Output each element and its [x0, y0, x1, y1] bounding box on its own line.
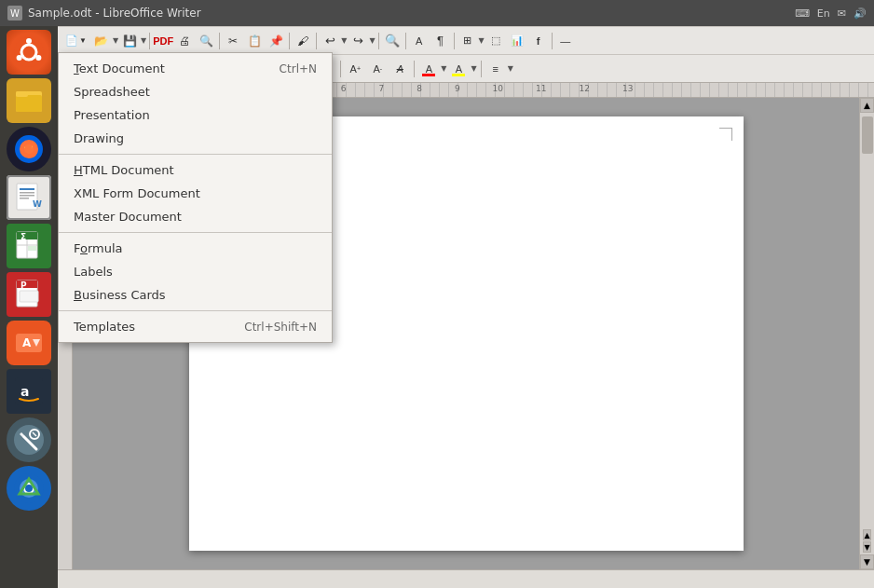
open-button[interactable]: 📂 [91, 31, 112, 51]
paragraph-list-dropdown[interactable]: ▼ [508, 64, 513, 73]
paragraph-list-button[interactable]: ≡ [485, 59, 506, 79]
scrollbar-vertical[interactable]: ▲ ▲ ▼ ▼ [859, 98, 874, 569]
ruler-mark: 13 [622, 84, 633, 93]
menu-item-spreadsheet[interactable]: Spreadsheet [59, 80, 332, 103]
window-title: Sample.odt - LibreOffice Writer [28, 7, 201, 20]
new-button[interactable]: 📄 ▼ [61, 31, 90, 51]
menu-separator-3 [59, 310, 332, 311]
insert-chart-button[interactable]: 📊 [507, 31, 527, 51]
toolbar-sep-6 [405, 33, 406, 49]
menu-item-drawing[interactable]: Drawing [59, 127, 332, 150]
font-name-button[interactable]: A [409, 31, 430, 51]
menu-item-label: XML Form Document [74, 186, 200, 200]
open-dropdown-arrow: ▼ [113, 36, 118, 45]
sidebar-item-firefox[interactable] [7, 127, 51, 171]
menu-separator-2 [59, 232, 332, 233]
menu-item-labels[interactable]: Labels [59, 260, 332, 283]
menu-item-formula[interactable]: Formula [59, 237, 332, 260]
font-color-bar [422, 74, 435, 76]
insert-frame-button[interactable]: ⬚ [485, 31, 506, 51]
scroll-up-button[interactable]: ▲ [860, 98, 874, 113]
underline-char: B [74, 288, 82, 302]
menu-item-label: Drawing [74, 131, 124, 145]
svg-text:Σ: Σ [20, 232, 26, 241]
paste-button[interactable]: 📌 [266, 31, 286, 51]
scroll-thumb[interactable] [862, 116, 873, 154]
undo-dropdown-arrow: ▼ [341, 36, 347, 45]
menu-item-business-cards[interactable]: Business Cards [59, 283, 332, 307]
menu-item-master-document[interactable]: Master Document [59, 205, 332, 228]
draw-functions-button[interactable]: — [555, 31, 576, 51]
sidebar-item-chromium[interactable] [7, 466, 51, 511]
menu-item-text-document[interactable]: Text Document Ctrl+N [59, 57, 332, 80]
insert-table-button[interactable]: ⊞ [457, 31, 478, 51]
scroll-page-up-button[interactable]: ▲ [863, 529, 870, 540]
find-icon: 🔍 [385, 34, 400, 48]
print-preview-button[interactable]: 🔍 [196, 31, 216, 51]
subscript-button[interactable]: A- [367, 59, 388, 79]
format-sep-2 [340, 61, 341, 77]
save-button[interactable]: 💾 [119, 31, 140, 51]
sidebar-item-amazon[interactable]: a [7, 369, 51, 414]
insert-formula-button[interactable]: f [528, 31, 549, 51]
superscript-button[interactable]: A+ [345, 59, 365, 79]
copy-icon: 📋 [248, 34, 262, 48]
svg-rect-13 [20, 192, 34, 194]
ruler-mark: 8 [417, 84, 422, 93]
pdf-button[interactable]: PDF [153, 31, 173, 51]
find-button[interactable]: 🔍 [382, 31, 403, 51]
sidebar-item-software-center[interactable]: A [7, 321, 51, 365]
main-toolbar: 📄 ▼ 📂 ▼ 💾 ▼ PDF 🖨 [58, 26, 874, 54]
menu-item-label: Templates [74, 320, 135, 334]
toolbar-sep-4 [316, 33, 317, 49]
undo-icon: ↩ [325, 34, 335, 48]
undo-button[interactable]: ↩ [320, 31, 340, 51]
underline-char: H [74, 163, 83, 177]
toolbar-sep-7 [454, 33, 455, 49]
redo-button[interactable]: ↪ [348, 31, 368, 51]
svg-text:A: A [22, 336, 32, 349]
sidebar-item-impress[interactable]: P [7, 272, 51, 317]
print-button[interactable]: 🖨 [174, 31, 195, 51]
scroll-down-button[interactable]: ▼ [860, 554, 874, 569]
sidebar-item-files[interactable] [7, 78, 51, 123]
mail-indicator: ✉ [838, 7, 846, 20]
strikethrough2-button[interactable]: A [389, 59, 410, 79]
ruler-mark: 12 [580, 84, 590, 93]
ruler-mark: 7 [378, 84, 384, 93]
menu-item-label: Spreadsheet [74, 85, 150, 99]
font-color-dropdown[interactable]: ▼ [441, 64, 446, 73]
nonprinting-chars-button[interactable]: ¶ [430, 31, 451, 51]
format-sep-3 [414, 61, 415, 77]
menu-shortcut: Ctrl+N [280, 62, 317, 75]
cut-icon: ✂ [228, 34, 238, 48]
cut-button[interactable]: ✂ [223, 31, 243, 51]
menu-item-presentation[interactable]: Presentation [59, 103, 332, 127]
menu-item-html-document[interactable]: HTML Document [59, 158, 332, 182]
keyboard-indicator: ⌨ [795, 7, 810, 20]
sidebar-item-ubuntu[interactable] [7, 30, 51, 75]
redo-dropdown-arrow: ▼ [369, 36, 375, 45]
sidebar-item-settings[interactable] [7, 417, 51, 462]
sidebar-item-writer[interactable]: W [7, 175, 51, 220]
new-dropdown-arrow: ▼ [79, 36, 87, 45]
clone-format-button[interactable]: 🖌 [293, 31, 313, 51]
save-icon: 💾 [123, 34, 137, 48]
svg-point-3 [35, 55, 41, 61]
svg-rect-14 [20, 195, 34, 197]
highlight-button[interactable]: A [448, 59, 469, 79]
scroll-page-down-button[interactable]: ▼ [863, 541, 870, 553]
menu-item-label: Formula [74, 241, 123, 255]
underline-char: o [80, 241, 88, 255]
font-color-button[interactable]: A [418, 59, 439, 79]
copy-button[interactable]: 📋 [244, 31, 265, 51]
menu-item-label: Presentation [74, 108, 150, 122]
highlight-dropdown[interactable]: ▼ [471, 64, 476, 73]
menu-item-templates[interactable]: Templates Ctrl+Shift+N [59, 315, 332, 338]
ruler-mark: 9 [455, 84, 460, 93]
print-preview-icon: 🔍 [199, 34, 213, 48]
pdf-icon: PDF [153, 35, 173, 47]
new-document-icon: 📄 [65, 34, 78, 47]
menu-item-xml-form[interactable]: XML Form Document [59, 182, 332, 205]
sidebar-item-calc[interactable]: Σ [7, 224, 51, 268]
